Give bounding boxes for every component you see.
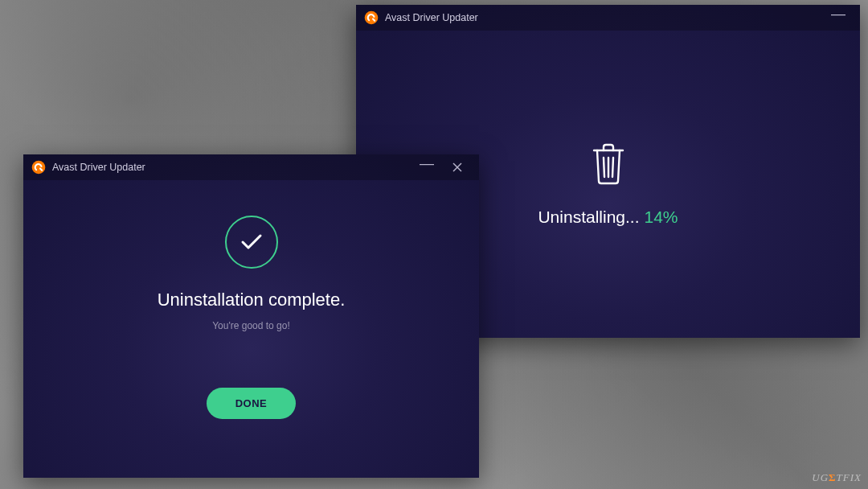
progress-percent: 14% bbox=[645, 208, 678, 227]
svg-point-0 bbox=[365, 11, 379, 25]
headline: Uninstallation complete. bbox=[158, 290, 346, 310]
window-title: Avast Driver Updater bbox=[385, 12, 478, 23]
minimize-button[interactable]: — bbox=[823, 5, 854, 31]
checkmark-circle-icon bbox=[225, 216, 278, 269]
titlebar-controls: — bbox=[411, 154, 473, 180]
svg-line-1 bbox=[604, 158, 604, 177]
avast-logo-icon bbox=[364, 10, 379, 25]
svg-line-3 bbox=[612, 158, 613, 177]
uninstalling-status: Uninstalling... 14% bbox=[538, 208, 678, 227]
window-title: Avast Driver Updater bbox=[52, 162, 145, 173]
watermark: UGΣTFIX bbox=[812, 471, 862, 484]
trash-icon bbox=[588, 142, 628, 190]
subtext: You're good to go! bbox=[212, 320, 290, 331]
minimize-button[interactable]: — bbox=[411, 154, 442, 180]
complete-content: Uninstallation complete. You're good to … bbox=[23, 180, 479, 478]
complete-window: Avast Driver Updater — Uninstallation co… bbox=[23, 154, 479, 478]
titlebar-controls: — bbox=[823, 5, 854, 31]
titlebar[interactable]: Avast Driver Updater — bbox=[23, 154, 479, 180]
close-button[interactable] bbox=[442, 154, 473, 180]
svg-point-4 bbox=[32, 161, 46, 175]
avast-logo-icon bbox=[31, 160, 46, 175]
status-label: Uninstalling... bbox=[538, 208, 639, 227]
done-button[interactable]: DONE bbox=[207, 388, 297, 419]
titlebar[interactable]: Avast Driver Updater — bbox=[356, 5, 860, 31]
